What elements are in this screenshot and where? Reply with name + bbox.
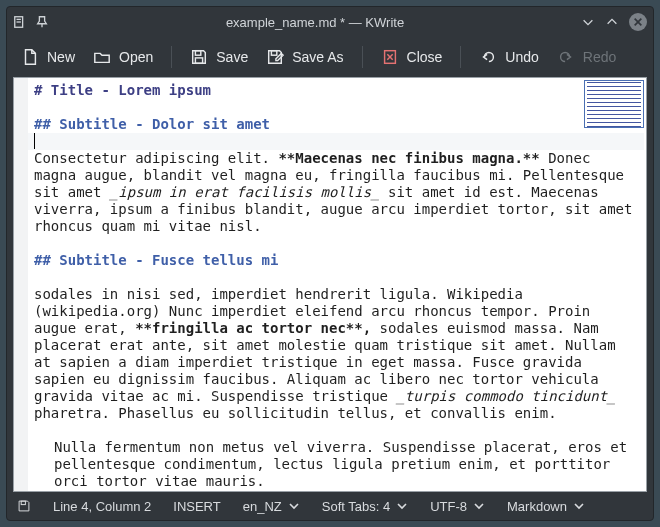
new-label: New bbox=[47, 49, 75, 65]
titlebar[interactable]: example_name.md * — KWrite bbox=[7, 7, 653, 37]
redo-icon bbox=[557, 48, 575, 66]
pin-icon[interactable] bbox=[35, 15, 49, 29]
open-label: Open bbox=[119, 49, 153, 65]
locale-selector[interactable]: en_NZ bbox=[243, 499, 300, 514]
save-icon bbox=[190, 48, 208, 66]
encoding-selector[interactable]: UTF-8 bbox=[430, 499, 485, 514]
italic-text: _turpis commodo tincidunt_ bbox=[396, 388, 615, 404]
save-as-icon bbox=[266, 48, 284, 66]
close-button[interactable]: Close bbox=[381, 48, 443, 66]
heading-1: # Title - Lorem ipsum bbox=[34, 82, 211, 98]
tabs-selector[interactable]: Soft Tabs: 4 bbox=[322, 499, 408, 514]
chevron-down-icon bbox=[573, 500, 585, 512]
svg-rect-7 bbox=[272, 51, 277, 56]
para-text: Consectetur adipiscing elit. bbox=[34, 150, 278, 166]
undo-button[interactable]: Undo bbox=[479, 48, 538, 66]
file-new-icon bbox=[21, 48, 39, 66]
separator bbox=[362, 46, 363, 68]
svg-rect-11 bbox=[21, 501, 25, 505]
save-button[interactable]: Save bbox=[190, 48, 248, 66]
app-window: example_name.md * — KWrite New Open Save bbox=[6, 6, 654, 521]
close-window-icon[interactable] bbox=[629, 13, 647, 31]
italic-text: _ipsum in erat facilisis mollis_ bbox=[110, 184, 380, 200]
bold-text: **fringilla ac tortor nec**, bbox=[135, 320, 371, 336]
close-doc-icon bbox=[381, 48, 399, 66]
save-as-label: Save As bbox=[292, 49, 343, 65]
undo-icon bbox=[479, 48, 497, 66]
edit-mode[interactable]: INSERT bbox=[173, 499, 220, 514]
window-title: example_name.md * — KWrite bbox=[49, 15, 581, 30]
chevron-down-icon bbox=[288, 500, 300, 512]
separator bbox=[171, 46, 172, 68]
cursor-position[interactable]: Line 4, Column 2 bbox=[53, 499, 151, 514]
separator bbox=[460, 46, 461, 68]
redo-label: Redo bbox=[583, 49, 616, 65]
statusbar: Line 4, Column 2 INSERT en_NZ Soft Tabs:… bbox=[7, 492, 653, 520]
svg-rect-6 bbox=[196, 58, 203, 63]
toolbar: New Open Save Save As Close Undo Redo bbox=[7, 37, 653, 77]
save-status-icon[interactable] bbox=[17, 499, 31, 513]
svg-rect-5 bbox=[196, 51, 201, 56]
locale-label: en_NZ bbox=[243, 499, 282, 514]
save-label: Save bbox=[216, 49, 248, 65]
blockquote-text: Nulla fermentum non metus vel viverra. S… bbox=[34, 439, 634, 490]
fold-gutter[interactable] bbox=[14, 78, 28, 491]
chevron-down-icon bbox=[396, 500, 408, 512]
tabs-label: Soft Tabs: 4 bbox=[322, 499, 390, 514]
heading-2: ## Subtitle - Fusce tellus mi bbox=[34, 252, 278, 268]
text-content[interactable]: # Title - Lorem ipsum ## Subtitle - Dolo… bbox=[28, 82, 644, 489]
new-button[interactable]: New bbox=[21, 48, 75, 66]
encoding-label: UTF-8 bbox=[430, 499, 467, 514]
save-as-button[interactable]: Save As bbox=[266, 48, 343, 66]
close-label: Close bbox=[407, 49, 443, 65]
editor-area[interactable]: # Title - Lorem ipsum ## Subtitle - Dolo… bbox=[13, 77, 647, 492]
chevron-down-icon bbox=[473, 500, 485, 512]
folder-open-icon bbox=[93, 48, 111, 66]
app-menu-icon[interactable] bbox=[13, 15, 27, 29]
bold-text: **Maecenas nec finibus magna.** bbox=[278, 150, 539, 166]
redo-button[interactable]: Redo bbox=[557, 48, 616, 66]
minimize-icon[interactable] bbox=[581, 15, 595, 29]
syntax-label: Markdown bbox=[507, 499, 567, 514]
minimap[interactable] bbox=[584, 80, 644, 128]
syntax-selector[interactable]: Markdown bbox=[507, 499, 585, 514]
maximize-icon[interactable] bbox=[605, 15, 619, 29]
undo-label: Undo bbox=[505, 49, 538, 65]
heading-2: ## Subtitle - Dolor sit amet bbox=[34, 116, 270, 132]
open-button[interactable]: Open bbox=[93, 48, 153, 66]
